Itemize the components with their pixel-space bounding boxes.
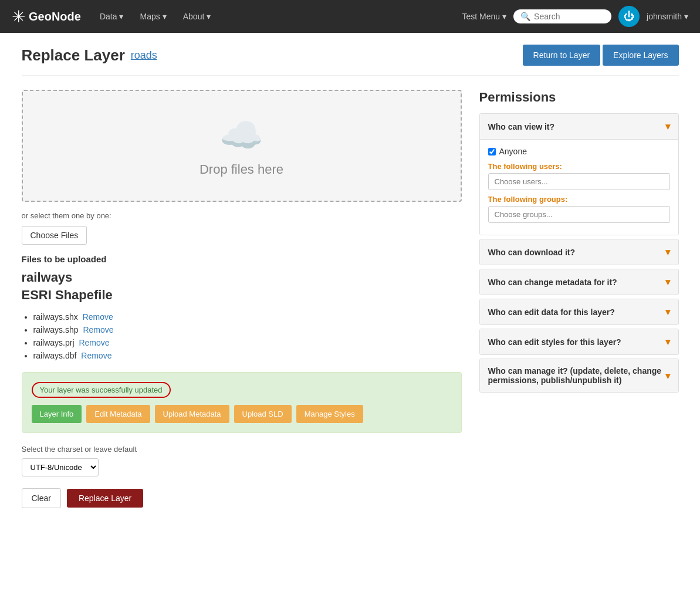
page-title-area: Replace Layer roads [22,46,157,65]
remove-link-shx[interactable]: Remove [83,312,113,322]
nav-about[interactable]: About ▾ [176,7,218,26]
bottom-buttons: Clear Replace Layer [22,488,462,508]
search-box[interactable]: 🔍 [513,9,611,23]
user-avatar[interactable]: ⏻ [618,6,640,27]
select-text: or select them one by one: [22,211,462,220]
clear-button[interactable]: Clear [22,488,61,508]
permission-section-edit-data: Who can edit data for this layer? ▾ [479,299,679,325]
chevron-down-icon: ▾ [119,12,123,21]
permission-header-view[interactable]: Who can view it? ▾ [480,114,678,139]
upload-metadata-button[interactable]: Upload Metadata [155,405,229,423]
charset-section: Select the charset or leave default UTF-… [22,445,462,476]
action-buttons: Layer Info Edit Metadata Upload Metadata… [32,405,452,423]
permission-header-metadata[interactable]: Who can change metadata for it? ▾ [480,269,678,295]
chevron-down-icon: ▾ [665,370,670,381]
brand-name: GeoNode [29,10,81,23]
permission-section-edit-styles: Who can edit styles for this layer? ▾ [479,329,679,355]
manage-styles-button[interactable]: Manage Styles [296,405,363,423]
upload-sld-button[interactable]: Upload SLD [234,405,292,423]
permission-header-manage[interactable]: Who can manage it? (update, delete, chan… [480,359,678,392]
permission-header-download[interactable]: Who can download it? ▾ [480,239,678,265]
groups-label: The following groups: [488,195,670,204]
chevron-down-icon: ▾ [163,12,167,21]
list-item: railways.prj Remove [33,338,462,347]
explore-layers-button[interactable]: Explore Layers [603,45,678,66]
groups-input[interactable] [488,206,670,223]
search-icon: 🔍 [520,12,530,21]
success-box: Your layer was successfully updated Laye… [22,372,462,433]
page-title: Replace Layer [22,46,125,65]
charset-label: Select the charset or leave default [22,445,462,454]
username[interactable]: johnsmith ▾ [647,12,688,21]
chevron-down-icon: ▾ [684,12,688,21]
return-to-layer-button[interactable]: Return to Layer [523,45,601,66]
remove-link-dbf[interactable]: Remove [81,351,111,360]
nav-data[interactable]: Data ▾ [93,7,131,26]
replace-layer-button[interactable]: Replace Layer [67,489,143,508]
list-item: railways.dbf Remove [33,351,462,360]
layer-info-button[interactable]: Layer Info [32,405,82,423]
file-list: railways.shx Remove railways.shp Remove … [33,312,462,360]
list-item: railways.shp Remove [33,325,462,334]
users-label: The following users: [488,162,670,171]
chevron-down-icon: ▾ [207,12,211,21]
page-container: Replace Layer roads Return to Layer Expl… [10,33,691,520]
main-layout: ☁️ Drop files here or select them one by… [22,90,679,508]
chevron-down-icon: ▾ [665,121,670,132]
remove-link-prj[interactable]: Remove [79,338,109,347]
chevron-down-icon: ▾ [665,306,670,317]
files-header: Files to be uploaded [22,254,462,264]
navbar: ✳ GeoNode Data ▾ Maps ▾ About ▾ Test Men… [0,0,700,33]
users-input[interactable] [488,173,670,190]
search-input[interactable] [534,12,604,21]
cloud-upload-icon: ☁️ [35,114,449,156]
right-panel: Permissions Who can view it? ▾ Anyone Th… [479,90,679,508]
test-menu[interactable]: Test Menu ▾ [462,12,506,21]
header-buttons: Return to Layer Explore Layers [523,45,679,66]
roads-link[interactable]: roads [131,49,157,62]
anyone-checkbox-row: Anyone [488,147,670,156]
permission-body-view: Anyone The following users: The followin… [480,139,678,235]
permission-section-manage: Who can manage it? (update, delete, chan… [479,359,679,393]
chevron-down-icon: ▾ [502,12,506,21]
left-panel: ☁️ Drop files here or select them one by… [22,90,462,508]
charset-select[interactable]: UTF-8/Unicode ISO-8859-1 ASCII [22,458,99,476]
page-header: Replace Layer roads Return to Layer Expl… [22,45,679,76]
chevron-down-icon: ▾ [665,246,670,258]
anyone-checkbox[interactable] [488,148,496,155]
geonode-icon: ✳ [12,7,25,26]
drop-text: Drop files here [35,162,449,177]
permission-section-metadata: Who can change metadata for it? ▾ [479,269,679,295]
permission-section-download: Who can download it? ▾ [479,239,679,265]
nav-right: Test Menu ▾ 🔍 ⏻ johnsmith ▾ [462,6,688,27]
permission-header-edit-styles[interactable]: Who can edit styles for this layer? ▾ [480,329,678,354]
chevron-down-icon: ▾ [665,336,670,347]
list-item: railways.shx Remove [33,312,462,322]
permission-header-edit-data[interactable]: Who can edit data for this layer? ▾ [480,299,678,324]
nav-items: Data ▾ Maps ▾ About ▾ [93,7,462,26]
layer-name: railways [22,270,462,285]
brand-logo[interactable]: ✳ GeoNode [12,7,81,26]
permissions-title: Permissions [479,90,679,105]
drop-zone[interactable]: ☁️ Drop files here [22,90,462,202]
remove-link-shp[interactable]: Remove [83,325,113,334]
choose-files-button[interactable]: Choose Files [22,226,87,245]
permission-section-view: Who can view it? ▾ Anyone The following … [479,113,679,235]
nav-maps[interactable]: Maps ▾ [133,7,173,26]
edit-metadata-button[interactable]: Edit Metadata [86,405,150,423]
success-message: Your layer was successfully updated [32,382,171,398]
format-name: ESRI Shapefile [22,288,462,303]
chevron-down-icon: ▾ [665,276,670,288]
